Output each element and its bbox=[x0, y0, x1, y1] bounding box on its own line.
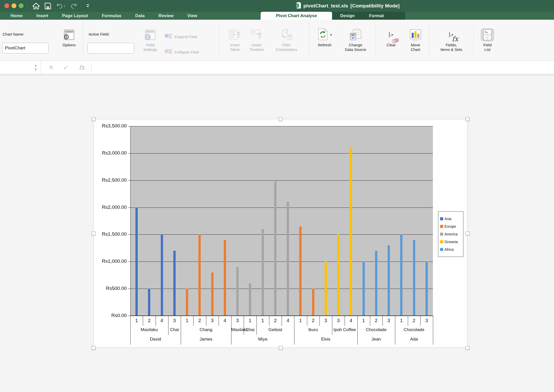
insert-slicer-button[interactable]: Insert Slicer bbox=[223, 28, 247, 52]
bar[interactable] bbox=[148, 289, 150, 316]
refresh-dropdown-arrow[interactable]: ▼ bbox=[330, 33, 333, 36]
chart-resize-handle-mid-right[interactable] bbox=[466, 232, 470, 235]
bar[interactable] bbox=[161, 234, 163, 316]
legend-swatch bbox=[440, 248, 443, 251]
chart-resize-handle-top-center[interactable] bbox=[279, 117, 283, 121]
bar[interactable] bbox=[211, 273, 214, 316]
formula-input[interactable] bbox=[94, 62, 549, 73]
minimize-window-button[interactable] bbox=[12, 3, 16, 8]
collapse-field-button[interactable]: Collapse Field bbox=[165, 48, 199, 56]
legend-item[interactable]: America bbox=[440, 232, 461, 236]
field-settings-button[interactable]: i Field Settings bbox=[137, 28, 163, 52]
expand-field-button[interactable]: Expand Field bbox=[165, 33, 197, 41]
chart-resize-handle-bottom-center[interactable] bbox=[279, 346, 283, 350]
bar[interactable] bbox=[413, 240, 415, 316]
y-axis-label: Rs2,000.00 bbox=[94, 204, 127, 210]
field-list-button[interactable]: Field List bbox=[477, 28, 498, 52]
chart-name-input[interactable] bbox=[2, 43, 49, 53]
redo-icon[interactable] bbox=[70, 3, 78, 9]
move-chart-icon bbox=[410, 28, 421, 41]
bar[interactable] bbox=[325, 262, 327, 316]
legend: AsiaEuropeAmericaOceaniaAfrica bbox=[438, 211, 463, 257]
name-box[interactable]: ▲▼ bbox=[0, 61, 41, 74]
bar[interactable] bbox=[198, 234, 201, 316]
bar[interactable] bbox=[312, 289, 314, 316]
quarter-label: 3 bbox=[168, 318, 181, 323]
change-data-source-button[interactable]: Change Data Source bbox=[339, 28, 372, 52]
quarter-label: 1 bbox=[395, 318, 408, 323]
bar[interactable] bbox=[249, 283, 251, 316]
legend-item[interactable]: Europe bbox=[440, 224, 461, 228]
close-window-button[interactable] bbox=[4, 3, 9, 8]
bar[interactable] bbox=[224, 240, 226, 316]
filter-connections-button[interactable]: Filter Connections bbox=[269, 28, 304, 52]
product-label: Geitost bbox=[257, 327, 294, 332]
quarter-label: 4 bbox=[282, 318, 294, 323]
refresh-button[interactable]: ▼ Refresh bbox=[312, 28, 337, 47]
undo-icon[interactable]: ▾ bbox=[56, 3, 65, 9]
product-label: Chocolade bbox=[357, 327, 395, 332]
chart-resize-handle-top-right[interactable] bbox=[466, 117, 470, 121]
legend-label: Asia bbox=[444, 217, 451, 221]
insert-function-icon[interactable]: fx bbox=[79, 61, 84, 74]
clear-button[interactable]: ▼ Clear bbox=[381, 28, 401, 47]
tab-format[interactable]: Format bbox=[369, 13, 384, 18]
bar[interactable] bbox=[299, 226, 302, 316]
toolbar-overflow-icon[interactable] bbox=[86, 4, 90, 8]
chart-resize-handle-bottom-right[interactable] bbox=[466, 346, 470, 350]
legend-item[interactable]: Africa bbox=[440, 247, 461, 252]
zoom-window-button[interactable] bbox=[19, 3, 24, 8]
quarter-label: 3 bbox=[206, 318, 219, 323]
bar[interactable] bbox=[363, 262, 365, 316]
enter-icon[interactable]: ✓ bbox=[63, 61, 69, 74]
insert-slicer-icon bbox=[229, 28, 241, 41]
legend-item[interactable]: Asia bbox=[440, 217, 461, 221]
bar[interactable] bbox=[350, 148, 352, 316]
fields-items-sets-button[interactable]: fx ▼ Fields, Items & Sets bbox=[433, 28, 470, 52]
active-field-input[interactable] bbox=[88, 43, 134, 53]
bar[interactable] bbox=[425, 262, 428, 316]
svg-text:X: X bbox=[296, 4, 298, 7]
bar[interactable] bbox=[287, 202, 289, 316]
tab-formulas[interactable]: Formulas bbox=[102, 13, 122, 18]
gridline bbox=[130, 180, 433, 181]
name-box-spinner[interactable]: ▲▼ bbox=[34, 63, 37, 71]
tab-review[interactable]: Review bbox=[158, 13, 174, 18]
cancel-icon[interactable]: ✕ bbox=[49, 61, 54, 74]
bar[interactable] bbox=[274, 181, 276, 316]
ribbon-tab-row: Home Insert Page Layout Formulas Data Re… bbox=[0, 12, 554, 20]
bar[interactable] bbox=[236, 267, 239, 316]
refresh-icon bbox=[317, 28, 329, 41]
tab-pivot-chart-analyse[interactable]: Pivot Chart Analyse bbox=[261, 12, 332, 20]
bar[interactable] bbox=[186, 289, 188, 316]
tab-design[interactable]: Design bbox=[340, 13, 355, 18]
tab-home[interactable]: Home bbox=[10, 13, 23, 18]
legend-item[interactable]: Oceania bbox=[440, 240, 461, 244]
chart-resize-handle-bottom-left[interactable] bbox=[92, 346, 95, 350]
move-chart-button[interactable]: Move Chart bbox=[404, 28, 427, 52]
save-icon[interactable] bbox=[45, 3, 51, 9]
tab-data[interactable]: Data bbox=[135, 13, 145, 18]
pivot-chart[interactable]: Rs3,500.00Rs3,000.00Rs2,500.00Rs2,000.00… bbox=[93, 119, 467, 348]
bar[interactable] bbox=[135, 208, 138, 316]
bar[interactable] bbox=[375, 251, 377, 316]
bar[interactable] bbox=[173, 251, 176, 316]
active-field-label: Active Field: bbox=[89, 32, 110, 36]
bar[interactable] bbox=[262, 229, 264, 316]
bar[interactable] bbox=[400, 234, 402, 316]
x-axis-line bbox=[130, 315, 433, 316]
chart-resize-handle-top-left[interactable] bbox=[92, 117, 95, 121]
person-label: Ada bbox=[395, 337, 433, 342]
product-label: Maxilaku bbox=[231, 327, 244, 332]
insert-timeline-button[interactable]: Insert Timeline bbox=[244, 28, 269, 52]
sheet-canvas[interactable]: Rs3,500.00Rs3,000.00Rs2,500.00Rs2,000.00… bbox=[0, 75, 554, 392]
tab-insert[interactable]: Insert bbox=[36, 13, 48, 18]
home-icon[interactable] bbox=[32, 2, 40, 9]
chart-resize-handle-mid-left[interactable] bbox=[92, 232, 95, 235]
tab-page-layout[interactable]: Page Layout bbox=[62, 13, 88, 18]
bar[interactable] bbox=[388, 245, 390, 316]
bar[interactable] bbox=[337, 234, 339, 316]
person-label: David bbox=[130, 337, 181, 342]
options-button[interactable]: ⚙ Options bbox=[57, 28, 81, 47]
tab-view[interactable]: View bbox=[187, 13, 197, 18]
